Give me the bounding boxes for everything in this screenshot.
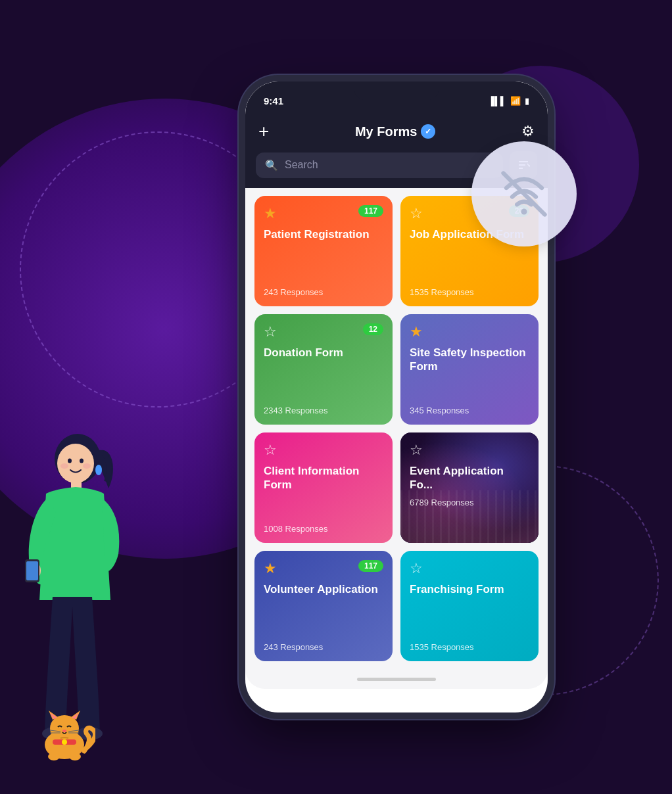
svg-point-3 <box>57 444 94 483</box>
home-indicator[interactable] <box>357 678 436 681</box>
forms-grid: ★ 117 Patient Registration 243 Responses… <box>245 188 548 669</box>
app-title: My Forms ✓ <box>355 124 435 139</box>
wifi-off-badge <box>471 141 577 246</box>
card-responses: 345 Responses <box>410 406 529 415</box>
phone-bottom-bar <box>245 669 548 689</box>
card-title: Event Application Fo... <box>410 464 529 492</box>
card-top: ☆ <box>410 442 529 459</box>
card-responses: 1535 Responses <box>410 287 529 297</box>
search-icon: 🔍 <box>265 159 278 172</box>
svg-point-0 <box>521 209 527 215</box>
svg-point-4 <box>68 459 72 463</box>
svg-point-17 <box>62 730 66 732</box>
star-icon[interactable]: ★ <box>410 323 423 340</box>
badge: 12 <box>363 323 383 335</box>
badge: 117 <box>358 205 383 217</box>
card-title: Patient Registration <box>264 227 383 282</box>
svg-point-25 <box>69 753 81 760</box>
card-title: Site Safety Inspection Form <box>410 346 529 400</box>
settings-button[interactable]: ⚙ <box>521 123 535 140</box>
search-input-wrap[interactable]: 🔍 Search <box>256 152 503 178</box>
svg-rect-11 <box>26 561 38 580</box>
card-title: Volunteer Application <box>264 582 383 637</box>
form-card-site-safety[interactable]: ★ Site Safety Inspection Form 345 Respon… <box>400 314 539 425</box>
svg-point-14 <box>95 465 102 475</box>
svg-point-6 <box>60 463 68 469</box>
signal-icon: ▐▌▌ <box>488 96 506 106</box>
card-top: ☆ 12 <box>264 323 383 340</box>
star-icon[interactable]: ☆ <box>410 560 423 577</box>
card-responses: 2343 Responses <box>264 406 383 415</box>
status-bar: 9:41 ▐▌▌ 📶 ▮ <box>245 82 548 114</box>
card-responses: 243 Responses <box>264 642 383 652</box>
svg-point-24 <box>48 753 60 760</box>
form-card-event-application[interactable]: ☆ Event Application Fo... 6789 Responses <box>400 432 539 543</box>
form-card-patient-registration[interactable]: ★ 117 Patient Registration 243 Responses <box>254 196 393 306</box>
card-top: ★ 117 <box>264 560 383 577</box>
card-title: Client Information Form <box>264 464 383 519</box>
star-icon[interactable]: ★ <box>264 205 277 222</box>
card-top: ★ <box>410 323 529 340</box>
battery-icon: ▮ <box>525 96 529 106</box>
card-responses: 243 Responses <box>264 287 383 297</box>
star-icon[interactable]: ☆ <box>264 323 277 340</box>
cat-illustration <box>33 705 95 764</box>
status-icons: ▐▌▌ 📶 ▮ <box>488 96 529 106</box>
add-button[interactable]: + <box>258 121 269 142</box>
card-responses: 1008 Responses <box>264 524 383 534</box>
svg-point-7 <box>83 463 91 469</box>
card-responses: 6789 Responses <box>410 498 529 507</box>
svg-point-23 <box>62 739 67 745</box>
card-top: ☆ <box>410 560 529 577</box>
svg-point-5 <box>80 459 84 463</box>
notch <box>354 82 439 100</box>
form-card-client-information[interactable]: ☆ Client Information Form 1008 Responses <box>254 432 393 543</box>
form-card-donation[interactable]: ☆ 12 Donation Form 2343 Responses <box>254 314 393 425</box>
card-responses: 1535 Responses <box>410 642 529 652</box>
form-card-franchising[interactable]: ☆ Franchising Form 1535 Responses <box>400 551 539 661</box>
card-title: Franchising Form <box>410 582 529 637</box>
star-icon[interactable]: ★ <box>264 560 277 577</box>
star-icon[interactable]: ☆ <box>410 205 423 222</box>
badge: 117 <box>358 560 383 572</box>
search-input[interactable]: Search <box>285 159 318 171</box>
wifi-icon: 📶 <box>510 96 521 106</box>
card-top: ★ 117 <box>264 205 383 222</box>
star-icon[interactable]: ☆ <box>410 442 423 459</box>
form-card-volunteer[interactable]: ★ 117 Volunteer Application 243 Response… <box>254 551 393 661</box>
card-top: ☆ <box>264 442 383 459</box>
verified-badge: ✓ <box>421 124 435 139</box>
status-time: 9:41 <box>264 95 283 106</box>
card-title: Donation Form <box>264 346 383 400</box>
star-icon[interactable]: ☆ <box>264 442 277 459</box>
